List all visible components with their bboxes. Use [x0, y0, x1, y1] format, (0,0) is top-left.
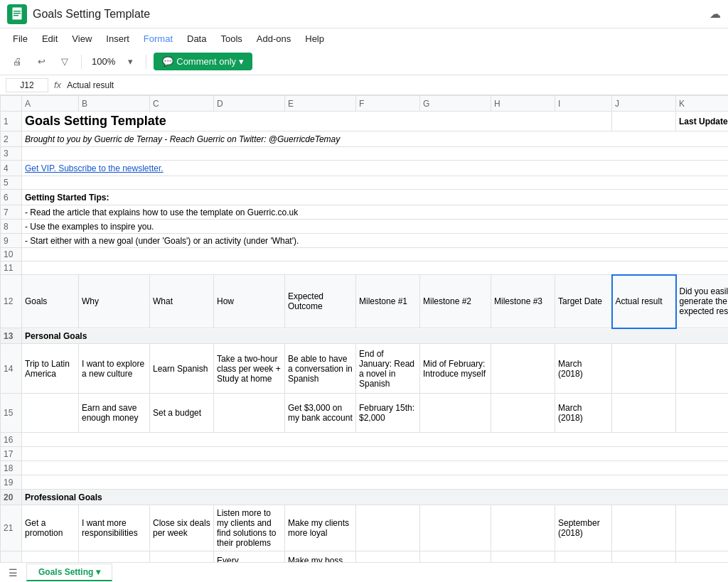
cell-j14[interactable]	[612, 344, 676, 394]
col-header-i[interactable]: I	[555, 96, 612, 112]
cell-j22[interactable]	[612, 551, 676, 563]
col-header-g[interactable]: G	[420, 96, 491, 112]
cell-g12[interactable]: Milestone #2	[420, 275, 491, 328]
cell-d12[interactable]: How	[214, 275, 285, 328]
cell-h21[interactable]	[491, 505, 555, 551]
cell-a2[interactable]: Brought to you by Guerric de Ternay - Re…	[22, 131, 729, 147]
cell-a18[interactable]	[22, 461, 729, 475]
cell-h22[interactable]	[491, 551, 555, 563]
cell-a7[interactable]: - Read the article that explains how to …	[22, 205, 729, 220]
menu-format[interactable]: Format	[138, 32, 178, 45]
cell-a19[interactable]	[22, 475, 729, 490]
menu-file[interactable]: File	[7, 32, 33, 45]
cell-j12[interactable]: Actual result	[612, 275, 676, 328]
cell-e15[interactable]: Get $3,000 on my bank account	[285, 394, 356, 433]
cell-g21[interactable]	[420, 505, 491, 551]
cell-i12[interactable]: Target Date	[555, 275, 612, 328]
cell-b12[interactable]: Why	[79, 275, 150, 328]
cell-e21[interactable]: Make my clients more loyal	[285, 505, 356, 551]
cell-a21[interactable]: Get a promotion	[22, 505, 79, 551]
cell-e14[interactable]: Be able to have a conversation in Spanis…	[285, 344, 356, 394]
col-header-f[interactable]: F	[356, 96, 420, 112]
undo-button[interactable]: ↩	[32, 53, 51, 70]
cell-h14[interactable]	[491, 344, 555, 394]
cell-a11[interactable]	[22, 262, 729, 275]
cell-a5[interactable]	[22, 176, 729, 190]
col-header-b[interactable]: B	[79, 96, 150, 112]
cell-k21[interactable]	[676, 505, 729, 551]
cell-f14[interactable]: End of January: Read a novel in Spanish	[356, 344, 420, 394]
cell-a13[interactable]: Personal Goals	[22, 328, 729, 344]
cell-b21[interactable]: I want more responsibilities	[79, 505, 150, 551]
cell-f12[interactable]: Milestone #1	[356, 275, 420, 328]
cell-a1[interactable]: Goals Setting Template	[22, 112, 612, 131]
col-header-j[interactable]: J	[612, 96, 676, 112]
col-header-c[interactable]: C	[150, 96, 214, 112]
menu-data[interactable]: Data	[181, 32, 212, 45]
cell-b15[interactable]: Earn and save enough money	[79, 394, 150, 433]
zoom-dropdown-button[interactable]: ▾	[122, 53, 139, 70]
cell-d21[interactable]: Listen more to my clients and find solut…	[214, 505, 285, 551]
cell-a16[interactable]	[22, 433, 729, 447]
cell-b14[interactable]: I want to explore a new culture	[79, 344, 150, 394]
menu-tools[interactable]: Tools	[215, 32, 247, 45]
cell-d14[interactable]: Take a two-hour class per week + Study a…	[214, 344, 285, 394]
cell-k12[interactable]: Did you easily generate the expected res…	[676, 275, 729, 328]
cell-i15[interactable]: March (2018)	[555, 394, 612, 433]
col-header-h[interactable]: H	[491, 96, 555, 112]
cell-c22[interactable]	[150, 551, 214, 563]
cell-c15[interactable]: Set a budget	[150, 394, 214, 433]
cell-k1[interactable]: Last Updated:	[676, 112, 729, 131]
spreadsheet-container[interactable]: A B C D E F G H I J K L M 1 Goals Settin…	[0, 95, 728, 562]
menu-insert[interactable]: Insert	[100, 32, 135, 45]
cell-a14[interactable]: Trip to Latin America	[22, 344, 79, 394]
menu-help[interactable]: Help	[299, 32, 330, 45]
col-header-a[interactable]: A	[22, 96, 79, 112]
cell-e12[interactable]: Expected Outcome	[285, 275, 356, 328]
cell-a8[interactable]: - Use the examples to inspire you.	[22, 220, 729, 234]
cell-e22[interactable]: Make my boss appreciate me	[285, 551, 356, 563]
cell-a15[interactable]	[22, 394, 79, 433]
cell-c12[interactable]: What	[150, 275, 214, 328]
cell-i22[interactable]	[555, 551, 612, 563]
menu-addons[interactable]: Add-ons	[251, 32, 296, 45]
menu-view[interactable]: View	[66, 32, 97, 45]
cell-i21[interactable]: September (2018)	[555, 505, 612, 551]
comment-only-button[interactable]: 💬 Comment only ▾	[154, 53, 252, 70]
cell-f22[interactable]	[356, 551, 420, 563]
col-header-k[interactable]: K	[676, 96, 729, 112]
cell-c21[interactable]: Close six deals per week	[150, 505, 214, 551]
cell-i14[interactable]: March (2018)	[555, 344, 612, 394]
cell-a9[interactable]: - Start either with a new goal (under 'G…	[22, 234, 729, 248]
cell-g14[interactable]: Mid of February: Introduce myself	[420, 344, 491, 394]
cell-j15[interactable]	[612, 394, 676, 433]
filter-button[interactable]: ▽	[55, 53, 74, 70]
menu-edit[interactable]: Edit	[36, 32, 63, 45]
cell-a17[interactable]	[22, 447, 729, 461]
cell-j21[interactable]	[612, 505, 676, 551]
cell-a6[interactable]: Getting Started Tips:	[22, 190, 729, 205]
cell-a3[interactable]	[22, 147, 729, 161]
cell-f15[interactable]: February 15th: $2,000	[356, 394, 420, 433]
cell-a10[interactable]	[22, 248, 729, 262]
cell-k15[interactable]	[676, 394, 729, 433]
cell-f21[interactable]	[356, 505, 420, 551]
cell-g22[interactable]	[420, 551, 491, 563]
cell-d22[interactable]: Every Thursday...	[214, 551, 285, 563]
cell-reference[interactable]: J12	[6, 78, 48, 92]
cell-b22[interactable]: Having lunch	[79, 551, 150, 563]
cell-a4[interactable]: Get VIP. Subscribe to the newsletter.	[22, 161, 729, 176]
cell-c14[interactable]: Learn Spanish	[150, 344, 214, 394]
col-header-d[interactable]: D	[214, 96, 285, 112]
cell-d15[interactable]	[214, 394, 285, 433]
col-header-e[interactable]: E	[285, 96, 356, 112]
cell-h15[interactable]	[491, 394, 555, 433]
cell-j1[interactable]	[612, 112, 676, 131]
cell-g15[interactable]	[420, 394, 491, 433]
cell-a20[interactable]: Professional Goals	[22, 490, 729, 505]
cell-k14[interactable]	[676, 344, 729, 394]
cell-h12[interactable]: Milestone #3	[491, 275, 555, 328]
cell-k22[interactable]	[676, 551, 729, 563]
print-button[interactable]: 🖨	[7, 53, 28, 70]
cell-a12[interactable]: Goals	[22, 275, 79, 328]
